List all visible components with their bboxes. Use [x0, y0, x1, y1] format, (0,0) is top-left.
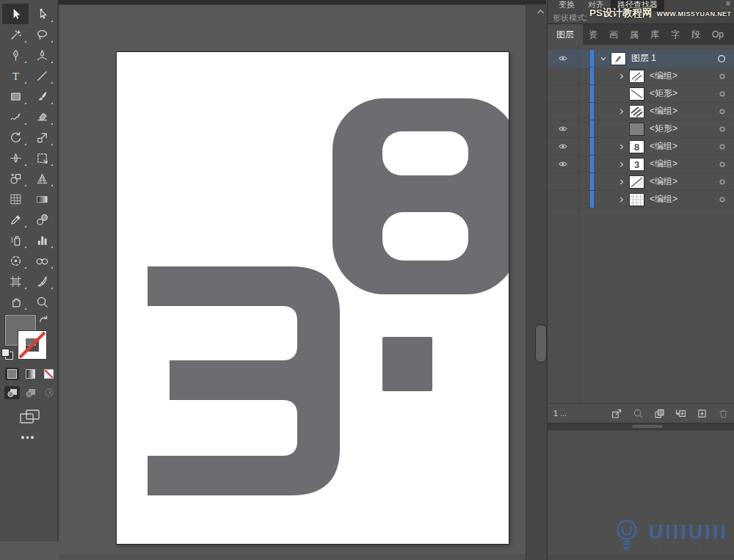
- selection-target-icon[interactable]: [719, 196, 726, 203]
- layer-row-8[interactable]: <编组>: [548, 191, 734, 208]
- pathfinder-group-tab[interactable]: 对齐: [581, 0, 611, 11]
- selection-target-icon[interactable]: [719, 73, 726, 80]
- layer-label[interactable]: <矩形>: [650, 87, 677, 100]
- tool-hand[interactable]: [2, 291, 29, 312]
- vertical-scrollbar[interactable]: [526, 4, 547, 560]
- visibility-toggle[interactable]: [548, 138, 579, 155]
- panel-tab-1[interactable]: 资: [583, 24, 603, 45]
- create-new-sublayer-icon[interactable]: [675, 407, 687, 420]
- expand-chevron-icon[interactable]: [617, 196, 626, 203]
- pathfinder-group-tab[interactable]: 变换: [552, 0, 581, 11]
- panel-tab-6[interactable]: 段: [686, 24, 706, 45]
- tab-overflow-icon[interactable]: »: [730, 29, 734, 40]
- panel-tab-5[interactable]: 字: [665, 24, 686, 45]
- expand-chevron-icon[interactable]: [617, 73, 626, 80]
- tool-width[interactable]: [2, 148, 29, 168]
- draw-behind-button[interactable]: [23, 386, 38, 399]
- layer-row-1[interactable]: <编组>: [548, 68, 734, 85]
- visibility-toggle[interactable]: [548, 103, 579, 120]
- layer-row-5[interactable]: 8<编组>: [548, 138, 734, 156]
- artboard[interactable]: [116, 51, 509, 545]
- tool-eyedropper[interactable]: [2, 209, 29, 230]
- layer-row-0[interactable]: 图层 1: [548, 50, 734, 68]
- panel-tab-0[interactable]: 图层: [548, 24, 583, 45]
- none-button[interactable]: [42, 368, 56, 380]
- tool-paintbrush[interactable]: [29, 86, 55, 106]
- layer-label[interactable]: <编组>: [650, 105, 677, 117]
- create-new-layer-icon[interactable]: [696, 407, 708, 420]
- tool-selection[interactable]: [2, 4, 29, 24]
- tool-rectangle[interactable]: [2, 86, 29, 106]
- panel-tab-4[interactable]: 库: [644, 24, 665, 45]
- collect-for-export-icon[interactable]: [611, 407, 623, 420]
- tool-symbol-sprayer[interactable]: [2, 230, 29, 250]
- make-clipping-mask-icon[interactable]: [653, 407, 666, 420]
- tool-pen[interactable]: [2, 45, 29, 65]
- tool-knife[interactable]: [29, 271, 55, 291]
- tool-free-transform[interactable]: [29, 148, 55, 168]
- draw-inside-button[interactable]: [41, 386, 57, 399]
- tool-curvature[interactable]: [29, 45, 55, 65]
- tool-column-graph[interactable]: [29, 230, 55, 250]
- pathfinder-menu-icon[interactable]: ≡: [726, 0, 734, 11]
- layer-row-3[interactable]: <编组>: [548, 103, 734, 120]
- horizontal-scrollbar-thumb[interactable]: [632, 425, 663, 428]
- tool-perspective-grid[interactable]: [29, 168, 55, 189]
- layer-row-7[interactable]: <编组>: [548, 173, 734, 191]
- selection-target-icon[interactable]: [719, 126, 726, 133]
- layer-label[interactable]: <编组>: [650, 175, 677, 188]
- scroll-up-icon[interactable]: [536, 9, 545, 15]
- collapse-chevron-icon[interactable]: [598, 55, 608, 62]
- tool-blend[interactable]: [29, 209, 55, 230]
- layer-row-4[interactable]: <矩形>: [548, 120, 734, 138]
- selection-target-icon[interactable]: [719, 178, 726, 186]
- screen-mode-icon[interactable]: [19, 408, 41, 429]
- tool-eraser[interactable]: [29, 106, 55, 127]
- panel-tab-3[interactable]: 属: [624, 24, 644, 45]
- locate-object-icon[interactable]: [632, 407, 644, 420]
- tool-gradient[interactable]: [29, 189, 55, 209]
- swap-fill-stroke-icon[interactable]: [38, 314, 49, 328]
- stroke-swatch[interactable]: [18, 331, 46, 359]
- visibility-toggle[interactable]: [548, 173, 579, 190]
- expand-chevron-icon[interactable]: [617, 178, 626, 186]
- tool-magic-wand[interactable]: [2, 24, 29, 45]
- visibility-toggle[interactable]: [548, 156, 579, 172]
- visibility-toggle[interactable]: [548, 191, 579, 208]
- tool-rotate[interactable]: [2, 127, 29, 148]
- visibility-toggle[interactable]: [548, 50, 579, 67]
- layer-label[interactable]: <编组>: [650, 70, 677, 82]
- layer-row-6[interactable]: 3<编组>: [548, 156, 734, 173]
- layer-label[interactable]: <编组>: [650, 140, 677, 153]
- layer-label[interactable]: <矩形>: [650, 123, 677, 135]
- edit-toolbar-icon[interactable]: [21, 436, 34, 439]
- selection-target-icon[interactable]: [719, 143, 726, 150]
- tool-pencil[interactable]: [2, 106, 29, 127]
- layer-label[interactable]: <编组>: [650, 158, 677, 170]
- visibility-toggle[interactable]: [548, 68, 579, 84]
- color-button[interactable]: [5, 368, 19, 380]
- tool-zoom[interactable]: [29, 291, 55, 312]
- selection-target-icon[interactable]: [717, 54, 726, 63]
- default-swatches-icon[interactable]: [1, 346, 15, 360]
- pathfinder-group-tab[interactable]: 路径查找器: [611, 0, 664, 11]
- visibility-toggle[interactable]: [548, 85, 579, 102]
- tool-lasso[interactable]: [29, 24, 55, 45]
- selection-target-icon[interactable]: [719, 161, 726, 168]
- tool-type[interactable]: T: [2, 65, 29, 86]
- tool-artboard[interactable]: [2, 271, 29, 291]
- delete-selection-icon[interactable]: [717, 407, 730, 420]
- tool-binocular-view[interactable]: [29, 250, 55, 271]
- gradient-button[interactable]: [23, 368, 37, 380]
- layer-label[interactable]: <编组>: [650, 193, 677, 206]
- draw-normal-button[interactable]: [4, 386, 20, 399]
- panel-tab-2[interactable]: 画: [603, 24, 624, 45]
- selection-target-icon[interactable]: [719, 90, 726, 98]
- layer-row-2[interactable]: <矩形>: [548, 85, 734, 103]
- tool-rotate-view[interactable]: [2, 250, 29, 271]
- selection-target-icon[interactable]: [719, 108, 726, 115]
- tool-mesh[interactable]: [2, 189, 29, 209]
- tool-scale[interactable]: [29, 127, 55, 148]
- expand-chevron-icon[interactable]: [617, 108, 626, 115]
- panel-tab-7[interactable]: Op: [706, 24, 730, 45]
